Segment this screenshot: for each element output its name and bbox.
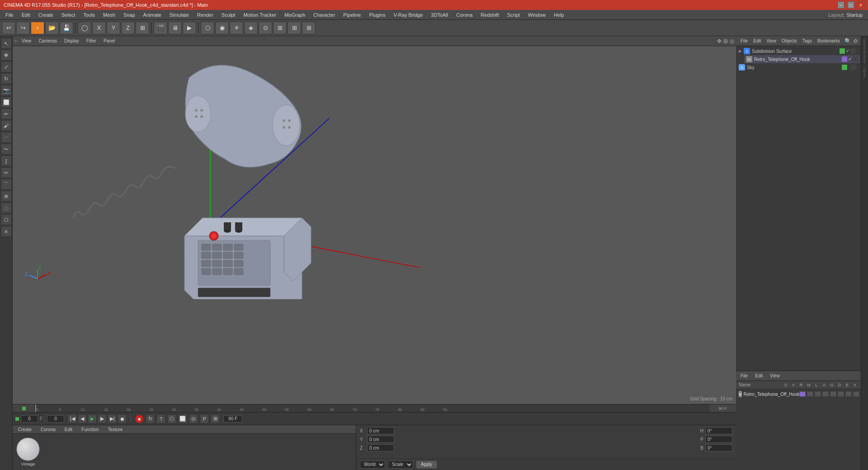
obj-menu-view[interactable]: View xyxy=(764,38,778,44)
left-tb-subdiv[interactable]: ⋯ xyxy=(1,132,12,143)
attr-col-r-val[interactable] xyxy=(815,391,821,397)
obj-menu-objects[interactable]: Objects xyxy=(780,38,799,44)
current-frame-input[interactable] xyxy=(21,415,38,423)
obj-search-icon[interactable]: 🔍 xyxy=(844,38,851,44)
material-ball-vintage[interactable]: Vintage xyxy=(16,437,40,466)
mat-menu-corona[interactable]: Corona xyxy=(38,426,58,433)
toolbar-ipr[interactable]: ▶ xyxy=(183,22,196,34)
obj-menu-bookmarks[interactable]: Bookmarks xyxy=(816,38,842,44)
vp-menu-panel[interactable]: Panel xyxy=(101,38,118,44)
menu-create[interactable]: Create xyxy=(35,11,57,19)
toolbar-mode-z[interactable]: Z xyxy=(121,22,135,34)
left-tb-select[interactable]: ↖ xyxy=(1,38,12,49)
toolbar-mode-object[interactable]: ◯ xyxy=(78,22,91,34)
transport-prev-key[interactable]: |◀ xyxy=(68,414,77,423)
toolbar-render[interactable]: 🖥 xyxy=(168,22,182,34)
subdiv-expand-icon[interactable]: ▶ xyxy=(739,49,742,53)
left-tb-hair[interactable]: ≡ xyxy=(1,226,12,237)
attr-col-l-val[interactable] xyxy=(830,391,836,397)
toolbar-open[interactable]: 📂 xyxy=(45,22,59,34)
toolbar-obj8[interactable]: ⊞ xyxy=(302,22,316,34)
menu-simulate[interactable]: Simulate xyxy=(166,11,193,19)
menu-window[interactable]: Window xyxy=(524,11,549,19)
sky-lock-dot[interactable] xyxy=(850,65,856,70)
coord-y-pos[interactable] xyxy=(367,436,394,443)
toolbar-obj4[interactable]: ◈ xyxy=(244,22,258,34)
vp-icon-2[interactable]: ⊞ xyxy=(723,38,728,44)
obj-menu-tags[interactable]: Tags xyxy=(801,38,814,44)
sky-vis-dot[interactable] xyxy=(842,65,847,70)
attr-menu-file[interactable]: File xyxy=(739,372,750,379)
vp-menu-view[interactable]: View xyxy=(19,38,34,44)
left-tb-deform[interactable]: 〜 xyxy=(1,144,12,155)
menu-vray[interactable]: V-Ray Bridge xyxy=(390,11,427,19)
menu-file[interactable]: File xyxy=(2,11,17,19)
toolbar-obj7[interactable]: ⊞ xyxy=(288,22,301,34)
toolbar-obj2[interactable]: ◉ xyxy=(215,22,229,34)
menu-animate[interactable]: Animate xyxy=(140,11,165,19)
end-frame-input[interactable] xyxy=(223,415,242,423)
vp-icon-3[interactable]: ◎ xyxy=(730,38,734,44)
transport-play[interactable]: ▶ xyxy=(88,414,97,423)
menu-script[interactable]: Script xyxy=(504,11,524,19)
left-tb-camera[interactable]: 📷 xyxy=(1,85,12,96)
toolbar-obj5[interactable]: ⊙ xyxy=(259,22,272,34)
transport-key4[interactable]: P xyxy=(200,414,209,423)
menu-help[interactable]: Help xyxy=(550,11,568,19)
left-tb-arch[interactable]: ⌒ xyxy=(1,179,12,190)
transport-stop[interactable]: ■ xyxy=(135,414,144,423)
menu-pipeline[interactable]: Pipeline xyxy=(340,11,364,19)
material-sphere[interactable] xyxy=(16,437,40,461)
menu-sculpt[interactable]: Sculpt xyxy=(218,11,239,19)
mat-menu-texture[interactable]: Texture xyxy=(105,426,125,433)
menu-character[interactable]: Character xyxy=(310,11,339,19)
toolbar-undo[interactable]: ↩ xyxy=(2,22,15,34)
subdiv-lock-dot[interactable] xyxy=(850,48,856,54)
mat-menu-function[interactable]: Function xyxy=(79,426,101,433)
menu-mograph[interactable]: MoGraph xyxy=(281,11,309,19)
left-tb-move[interactable]: ✥ xyxy=(1,50,12,61)
toolbar-mode-y[interactable]: Y xyxy=(107,22,120,34)
left-tb-spline[interactable]: ∫ xyxy=(1,155,12,166)
toolbar-redo[interactable]: ↪ xyxy=(16,22,30,34)
mat-menu-create[interactable]: Create xyxy=(15,426,34,433)
left-tb-knife[interactable]: ✂ xyxy=(1,167,12,178)
left-tb-paint[interactable]: 🖌 xyxy=(1,120,12,131)
transport-next-key[interactable]: ▶| xyxy=(108,414,117,423)
transport-key2[interactable]: ⬜ xyxy=(178,414,187,423)
menu-motion-tracker[interactable]: Motion Tracker xyxy=(240,11,280,19)
tel-color-dot[interactable] xyxy=(842,56,847,62)
transport-key1[interactable]: ⬡ xyxy=(167,414,176,423)
frame-value-input[interactable] xyxy=(47,415,64,423)
attr-col-d-val[interactable] xyxy=(853,391,859,397)
menu-select[interactable]: Select xyxy=(58,11,79,19)
coord-world-dropdown[interactable]: World xyxy=(360,461,385,469)
maximize-button[interactable]: □ xyxy=(847,1,854,9)
left-tb-smooth[interactable]: ◌ xyxy=(1,202,12,213)
obj-row-subdiv[interactable]: ▶ S Subdivision Surface ✓ · xyxy=(737,47,860,55)
minimize-button[interactable]: − xyxy=(837,1,844,9)
tel-lock-dot[interactable] xyxy=(853,56,858,62)
attr-menu-edit[interactable]: Edit xyxy=(753,372,764,379)
obj-settings-icon[interactable]: ⚙ xyxy=(853,38,858,44)
attr-col-s-val[interactable] xyxy=(799,391,806,397)
toolbar-save[interactable]: 💾 xyxy=(60,22,73,34)
attr-col-a-val[interactable] xyxy=(838,391,844,397)
attr-col-m-val[interactable] xyxy=(822,391,829,397)
vp-menu-filter[interactable]: Filter xyxy=(84,38,99,44)
transport-prev-frame[interactable]: ◀ xyxy=(78,414,87,423)
vp-icon-1[interactable]: ✥ xyxy=(717,38,722,44)
close-button[interactable]: × xyxy=(857,1,864,9)
toolbar-render-view[interactable]: 🎬 xyxy=(154,22,167,34)
mat-menu-edit[interactable]: Edit xyxy=(62,426,75,433)
coord-b[interactable] xyxy=(705,444,732,451)
toolbar-obj1[interactable]: ⬡ xyxy=(201,22,214,34)
vp-menu-cameras[interactable]: Cameras xyxy=(36,38,60,44)
obj-row-sky[interactable]: S Sky · · xyxy=(737,63,860,71)
coord-scale-dropdown[interactable]: Scale xyxy=(388,461,413,469)
left-tb-pen[interactable]: ✏ xyxy=(1,108,12,119)
left-tb-rotate[interactable]: ↻ xyxy=(1,73,12,84)
menu-render[interactable]: Render xyxy=(193,11,217,19)
obj-menu-file[interactable]: File xyxy=(739,38,750,44)
transport-loop[interactable]: ↻ xyxy=(146,414,155,423)
